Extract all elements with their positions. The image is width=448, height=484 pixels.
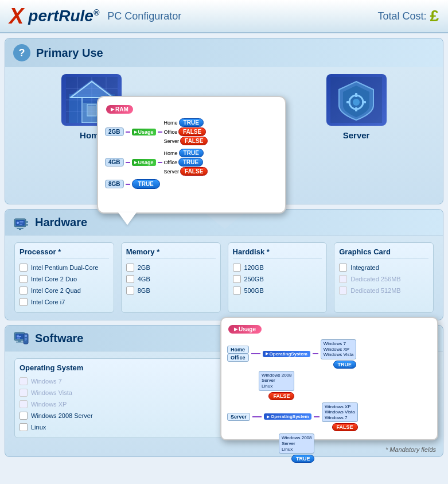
svg-point-27 <box>17 222 19 224</box>
harddisk-title: Harddisk * <box>233 247 322 258</box>
graphics-label-1: Dedicated 256MB <box>350 276 400 282</box>
processor-checkbox-3[interactable] <box>20 298 28 306</box>
server-label: Server <box>343 130 370 140</box>
processor-option-2[interactable]: Intel Core 2 Quad <box>20 285 109 296</box>
graphics-option-1: Dedicated 256MB <box>339 273 428 285</box>
processor-title: Processor * <box>20 247 109 258</box>
os-checkbox-1 <box>20 389 28 397</box>
os-label-4: Linux <box>31 424 46 431</box>
harddisk-option-2[interactable]: 500GB <box>233 285 322 296</box>
svg-rect-18 <box>355 107 357 111</box>
svg-rect-35 <box>17 338 20 339</box>
primary-use-section: ? Primary Use <box>5 38 443 204</box>
harddisk-checkbox-0[interactable] <box>233 264 241 272</box>
processor-label-3: Intel Core i7 <box>31 299 65 305</box>
software-content: Operating System Windows 7 Windows Vista… <box>5 351 443 445</box>
sw-server-os-box2: Windows 2008ServerLinux <box>279 433 314 454</box>
graphics-title: Graphics Card <box>339 247 428 258</box>
svg-rect-28 <box>20 221 24 222</box>
harddisk-label-0: 120GB <box>244 264 264 271</box>
sw-server-node: Server <box>227 413 250 421</box>
os-checkbox-4[interactable] <box>20 423 28 431</box>
home-4gb-true: TRUE <box>179 149 204 157</box>
processor-option-3[interactable]: Intel Core i7 <box>20 296 109 308</box>
popup-triangle <box>118 212 137 225</box>
memory-label-1: 4GB <box>138 276 150 282</box>
currency-symbol: £ <box>430 7 439 25</box>
app-header: X pertRule® PC Configurator Total Cost: … <box>0 0 448 33</box>
sw-home-os-box2: Windows 2008ServerLinux <box>259 371 294 391</box>
memory-option-0[interactable]: 2GB <box>126 262 216 273</box>
os-label-2: Windows XP <box>31 401 67 408</box>
memory-checkbox-1[interactable] <box>126 275 134 283</box>
memory-option-1[interactable]: 4GB <box>126 273 216 285</box>
memory-label-0: 2GB <box>138 264 150 271</box>
memory-label-2: 8GB <box>138 287 150 294</box>
svg-rect-25 <box>17 228 24 229</box>
graphics-label-2: Dedicated 512MB <box>350 287 400 294</box>
os-label-0: Windows 7 <box>31 378 62 385</box>
total-cost-display: Total Cost: £ <box>377 7 439 25</box>
4gb-box: 4GB <box>105 158 124 167</box>
processor-checkbox-0[interactable] <box>20 264 28 272</box>
svg-rect-19 <box>346 101 350 103</box>
server-choice[interactable]: Server <box>326 74 387 173</box>
svg-rect-30 <box>20 224 22 225</box>
harddisk-checkbox-2[interactable] <box>233 286 241 295</box>
software-icon <box>13 330 29 346</box>
graphics-label-0: Integrated <box>350 264 379 271</box>
processor-checkbox-1[interactable] <box>20 275 28 283</box>
graphics-checkbox-0[interactable] <box>339 264 347 272</box>
os-checkbox-0 <box>20 377 28 385</box>
graphics-option-0[interactable]: Integrated <box>339 262 428 273</box>
svg-rect-17 <box>355 93 357 97</box>
svg-rect-39 <box>25 335 27 337</box>
processor-option-1[interactable]: Intel Core 2 Duo <box>20 273 109 285</box>
memory-option-2[interactable]: 8GB <box>126 285 216 296</box>
memory-column: Memory * 2GB 4GB 8GB <box>121 242 221 313</box>
processor-column: Processor * Intel Pentium Dual-Core Inte… <box>14 242 114 313</box>
software-section: Software Operating System Windows 7 Wind… <box>5 325 443 457</box>
harddisk-column: Harddisk * 120GB 250GB 500GB <box>228 242 328 313</box>
8gb-box: 8GB <box>105 180 124 188</box>
svg-rect-41 <box>25 339 27 340</box>
processor-label-2: Intel Core 2 Quad <box>31 287 81 294</box>
sw-home-os-box1: Windows 7Windows XPWindows Vista <box>321 339 356 359</box>
graphics-checkbox-2 <box>339 286 347 295</box>
harddisk-option-1[interactable]: 250GB <box>233 273 322 285</box>
svg-point-16 <box>353 99 360 106</box>
svg-rect-40 <box>25 338 27 339</box>
svg-rect-33 <box>17 335 19 336</box>
sw-home-node: Home <box>227 346 249 354</box>
primary-use-title: Primary Use <box>36 47 103 60</box>
svg-rect-23 <box>26 221 28 223</box>
hardware-icon <box>13 214 29 230</box>
graphics-option-2: Dedicated 512MB <box>339 285 428 296</box>
memory-title: Memory * <box>126 247 216 258</box>
office-2gb-false: FALSE <box>178 127 206 136</box>
svg-rect-20 <box>362 101 366 103</box>
processor-checkbox-2[interactable] <box>20 286 28 295</box>
memory-checkbox-0[interactable] <box>126 264 134 272</box>
svg-rect-29 <box>20 223 24 224</box>
harddisk-checkbox-1[interactable] <box>233 275 241 283</box>
harddisk-option-0[interactable]: 120GB <box>233 262 322 273</box>
2gb-box: 2GB <box>105 127 124 136</box>
server-2gb-false: FALSE <box>180 137 208 145</box>
svg-rect-34 <box>17 336 21 338</box>
os-checkbox-3[interactable] <box>20 412 28 420</box>
graphics-column: Graphics Card Integrated Dedicated 256MB… <box>334 242 434 313</box>
office-4gb-true: TRUE <box>178 158 203 167</box>
sw-server-false: FALSE <box>332 423 358 431</box>
sw-os-play-home: ▶ OperatingSystem <box>263 351 310 357</box>
processor-label-0: Intel Pentium Dual-Core <box>31 264 98 271</box>
os-label-1: Windows Vista <box>31 389 72 396</box>
home-2gb-true: TRUE <box>179 118 204 127</box>
logo-text: pertRule® <box>28 7 99 25</box>
sw-server-true: TRUE <box>291 455 315 463</box>
sw-office-node: Office <box>227 354 249 362</box>
question-icon: ? <box>13 44 30 61</box>
ram-diagram-popup: ▶ RAM 2GB ▶ Usage Home TRUE <box>97 96 286 214</box>
processor-option-0[interactable]: Intel Pentium Dual-Core <box>20 262 109 273</box>
memory-checkbox-2[interactable] <box>126 286 134 295</box>
